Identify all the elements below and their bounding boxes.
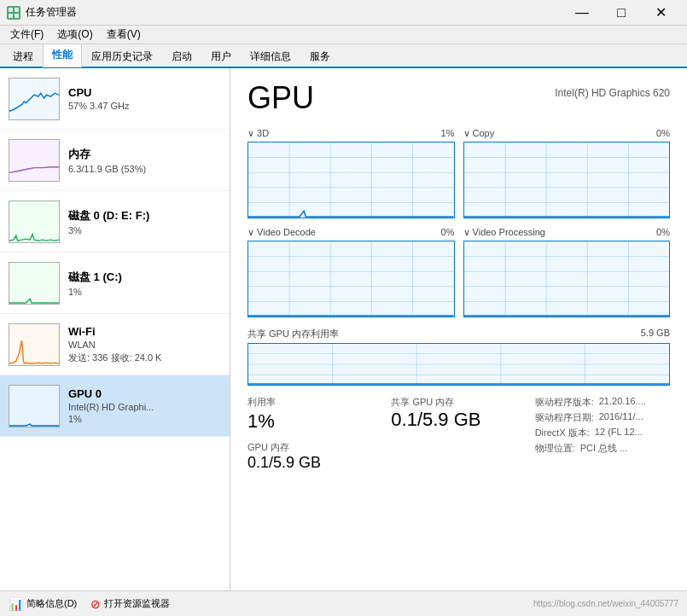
mem-info: 内存 6.3/11.9 GB (53%) [68, 147, 221, 174]
wifi-info: Wi-Fi WLAN 发送: 336 接收: 24.0 K [68, 325, 221, 364]
gpu-info: GPU 0 Intel(R) HD Graphi... 1% [68, 387, 221, 424]
tab-app-history[interactable]: 应用历史记录 [82, 45, 162, 67]
chart-copy-box [463, 142, 671, 218]
chart-copy: ∨ Copy 0% [463, 128, 671, 218]
driver-date-label: 驱动程序日期: [535, 411, 594, 424]
svg-rect-1 [15, 8, 19, 12]
wifi-detail1: WLAN [68, 340, 221, 350]
chart-vprocess-label: ∨ Video Processing 0% [463, 227, 671, 238]
stat-driver-info: 驱动程序版本: 21.20.16.... 驱动程序日期: 2016/11/...… [535, 396, 670, 472]
tab-process[interactable]: 进程 [3, 45, 43, 67]
svg-rect-28 [248, 241, 454, 317]
driver-version-label: 驱动程序版本: [535, 396, 594, 409]
sidebar-item-wifi[interactable]: Wi-Fi WLAN 发送: 336 接收: 24.0 K [0, 314, 230, 375]
chart-3d-label: ∨ 3D 1% [247, 128, 455, 139]
disk0-thumb [9, 200, 60, 243]
shared-bar [247, 343, 670, 386]
stat-utilization: 利用率 1% GPU 内存 0.1/5.9 GB [247, 396, 382, 472]
app-icon [7, 6, 20, 20]
charts-grid: ∨ 3D 1% [247, 128, 670, 317]
sidebar-item-memory[interactable]: 内存 6.3/11.9 GB (53%) [0, 130, 230, 191]
tab-performance[interactable]: 性能 [43, 44, 82, 67]
disk0-info: 磁盘 0 (D: E: F:) 3% [68, 208, 221, 235]
summary-info-link[interactable]: 📊 简略信息(D) [9, 597, 77, 611]
minimize-button[interactable]: — [562, 0, 602, 26]
tabbar: 进程 性能 应用历史记录 启动 用户 详细信息 服务 [0, 44, 687, 68]
shared-label: 共享 GPU 内存利用率 5.9 GB [247, 328, 670, 340]
chart-3d-percent: 1% [441, 128, 455, 139]
physical-loc-label: 物理位置: [535, 442, 575, 455]
titlebar-left: 任务管理器 [7, 5, 77, 20]
svg-rect-6 [9, 201, 59, 242]
sidebar: CPU 57% 3.47 GHz 内存 6.3/11.9 GB (53%) [0, 68, 230, 590]
menu-file[interactable]: 文件(F) [3, 26, 50, 44]
svg-rect-7 [9, 263, 59, 304]
svg-rect-37 [464, 241, 670, 317]
bottombar-left: 📊 简略信息(D) ⊘ 打开资源监视器 [9, 597, 170, 611]
content-subtitle: Intel(R) HD Graphics 620 [555, 87, 670, 99]
maximize-button[interactable]: □ [602, 0, 641, 26]
gpu-name: GPU 0 [68, 387, 221, 400]
driver-date-value: 2016/11/... [599, 411, 643, 424]
stat-shared-mem: 共享 GPU 内存 0.1/5.9 GB [391, 396, 526, 472]
sidebar-item-disk0[interactable]: 磁盘 0 (D: E: F:) 3% [0, 191, 230, 253]
stat-util-value: 1% [247, 410, 382, 433]
gpu-detail2: 1% [68, 414, 221, 424]
directx-label: DirectX 版本: [535, 427, 590, 439]
content-area: GPU Intel(R) HD Graphics 620 ∨ 3D 1% [230, 68, 687, 590]
window-title: 任务管理器 [26, 5, 77, 20]
physical-loc-value: PCI 总线 ... [580, 442, 628, 455]
stats-row: 利用率 1% GPU 内存 0.1/5.9 GB 共享 GPU 内存 0.1/5… [247, 396, 670, 472]
shared-label-text: 共享 GPU 内存利用率 [247, 328, 339, 340]
chart-vdecode: ∨ Video Decode 0% [247, 227, 455, 317]
shared-memory-section: 共享 GPU 内存利用率 5.9 GB [247, 328, 670, 386]
open-resource-monitor-link[interactable]: ⊘ 打开资源监视器 [90, 597, 170, 611]
chart-vdecode-label: ∨ Video Decode 0% [247, 227, 455, 238]
tab-details[interactable]: 详细信息 [241, 45, 300, 67]
shared-label-value: 5.9 GB [641, 328, 670, 340]
tab-users[interactable]: 用户 [201, 45, 241, 67]
disk0-name: 磁盘 0 (D: E: F:) [68, 208, 221, 224]
menubar: 文件(F) 选项(O) 查看(V) [0, 26, 687, 44]
sidebar-item-cpu[interactable]: CPU 57% 3.47 GHz [0, 68, 230, 130]
titlebar: 任务管理器 — □ ✕ [0, 0, 687, 26]
chart-vprocess-percent: 0% [656, 227, 670, 238]
chart-vprocess: ∨ Video Processing 0% [463, 227, 671, 317]
svg-rect-0 [9, 8, 13, 12]
tab-startup[interactable]: 启动 [162, 45, 201, 67]
chart-3d-box [247, 142, 455, 218]
menu-view[interactable]: 查看(V) [100, 26, 148, 44]
wifi-detail2: 发送: 336 接收: 24.0 K [68, 352, 221, 364]
svg-rect-3 [15, 14, 19, 18]
sidebar-item-gpu[interactable]: GPU 0 Intel(R) HD Graphi... 1% [0, 375, 230, 437]
cpu-name: CPU [68, 86, 221, 99]
bottombar-url: https://blog.csdn.net/weixin_44005777 [533, 599, 678, 608]
tab-services[interactable]: 服务 [300, 45, 340, 67]
open-resource-label: 打开资源监视器 [104, 597, 170, 610]
driver-version-value: 21.20.16.... [599, 396, 646, 409]
chart-copy-percent: 0% [656, 128, 670, 139]
mem-detail: 6.3/11.9 GB (53%) [68, 164, 221, 174]
wifi-thumb [9, 323, 60, 366]
disk1-name: 磁盘 1 (C:) [68, 270, 221, 285]
cpu-thumb [9, 78, 60, 120]
stat-sharedmem-label: 共享 GPU 内存 [391, 396, 526, 409]
summary-info-label: 简略信息(D) [26, 597, 77, 610]
chart-3d: ∨ 3D 1% [247, 128, 455, 218]
menu-options[interactable]: 选项(O) [50, 26, 99, 44]
sidebar-item-disk1[interactable]: 磁盘 1 (C:) 1% [0, 253, 230, 314]
chart-vprocess-box [463, 241, 671, 317]
content-title: GPU [247, 80, 314, 116]
gpu-detail1: Intel(R) HD Graphi... [68, 402, 221, 412]
stat-gpumem-label: GPU 内存 [247, 441, 382, 454]
chart-vdecode-percent: 0% [441, 227, 455, 238]
chart-vdecode-box [247, 241, 455, 317]
directx-value: 12 (FL 12... [595, 427, 643, 439]
close-button[interactable]: ✕ [641, 0, 680, 26]
resource-monitor-icon: ⊘ [90, 597, 101, 611]
svg-rect-2 [9, 14, 13, 18]
cpu-info: CPU 57% 3.47 GHz [68, 86, 221, 111]
chart-copy-title: ∨ Copy [463, 128, 495, 139]
stat-sharedmem-value: 0.1/5.9 GB [391, 409, 526, 431]
svg-rect-5 [9, 140, 59, 181]
